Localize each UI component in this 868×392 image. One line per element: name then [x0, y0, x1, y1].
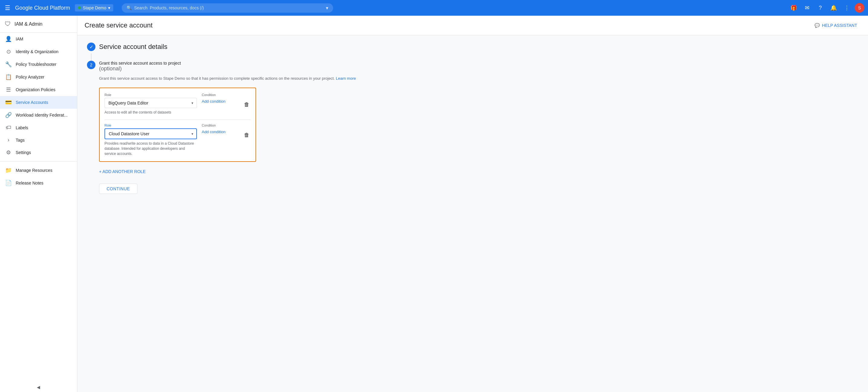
- labels-icon: 🏷: [5, 124, 12, 131]
- page-header: Create service account 💬 HELP ASSISTANT: [77, 16, 868, 35]
- role-select-1[interactable]: BigQuery Data Editor: [104, 98, 197, 108]
- iam-admin-icon: 🛡: [5, 21, 11, 28]
- sidebar-item-org-policies[interactable]: ☰ Organization Policies: [0, 83, 77, 96]
- add-role-label: + ADD ANOTHER ROLE: [99, 169, 146, 174]
- add-another-role-button[interactable]: + ADD ANOTHER ROLE: [99, 167, 146, 176]
- sidebar-item-iam[interactable]: 👤 IAM: [0, 33, 77, 45]
- nav-icons: 🎁 ✉ ? 🔔 ⋮ S: [788, 2, 864, 13]
- org-policies-icon: ☰: [5, 86, 12, 93]
- role-select-wrapper-1: BigQuery Data Editor: [104, 98, 197, 108]
- main-content: Create service account 💬 HELP ASSISTANT …: [77, 16, 868, 392]
- search-input[interactable]: [134, 5, 323, 10]
- role-description-2: Provides read/write access to data in a …: [104, 141, 197, 156]
- sidebar-divider: [0, 161, 77, 161]
- sidebar-item-labels-label: Labels: [16, 125, 28, 130]
- collapse-icon: ◀: [37, 385, 40, 390]
- role-separator: [104, 120, 251, 120]
- step2-number: 2: [87, 61, 95, 69]
- step1-title: Service account details: [99, 43, 167, 51]
- continue-button[interactable]: CONTINUE: [99, 184, 137, 194]
- gift-icon[interactable]: 🎁: [788, 2, 799, 13]
- project-selector[interactable]: Stape Demo ▾: [75, 4, 113, 11]
- step2-description-text: Grant this service account access to Sta…: [99, 76, 335, 81]
- sidebar-item-service-accounts-label: Service Accounts: [16, 100, 48, 105]
- sidebar-item-workload-identity[interactable]: 🔗 Workload Identity Federat...: [0, 109, 77, 121]
- app-logo: Google Cloud Platform: [15, 5, 70, 11]
- page-title: Create service account: [85, 22, 153, 29]
- sidebar-item-tags[interactable]: › Tags: [0, 134, 77, 146]
- delete-role-1-button[interactable]: 🗑: [243, 100, 251, 109]
- tags-icon: ›: [5, 137, 12, 143]
- step2-header: 2 Grant this service account access to p…: [87, 61, 858, 72]
- step2-optional-text: (optional): [99, 65, 122, 71]
- sidebar-item-release-notes-label: Release Notes: [16, 181, 43, 185]
- sidebar-item-manage-resources-label: Manage Resources: [16, 168, 52, 173]
- content-area: ✓ Service account details 2 Grant this s…: [77, 35, 868, 201]
- sidebar-item-identity-org-label: Identity & Organization: [16, 49, 59, 54]
- sidebar-item-org-policies-label: Organization Policies: [16, 87, 56, 92]
- project-dot: [78, 6, 81, 9]
- step2-title-block: Grant this service account access to pro…: [99, 61, 181, 72]
- roles-container: Role BigQuery Data Editor Access to edit…: [99, 88, 256, 162]
- add-condition-link-1[interactable]: Add condition: [202, 99, 238, 103]
- sidebar-item-release-notes[interactable]: 📄 Release Notes: [0, 177, 77, 189]
- sidebar-item-policy-analyzer[interactable]: 📋 Policy Analyzer: [0, 71, 77, 83]
- step2-description: Grant this service account access to Sta…: [99, 76, 858, 82]
- sidebar-collapse-button[interactable]: ◀: [0, 382, 77, 392]
- search-chevron-icon: ▾: [326, 5, 328, 11]
- chevron-down-icon: ▾: [108, 5, 110, 10]
- more-icon[interactable]: ⋮: [841, 2, 852, 13]
- mail-icon[interactable]: ✉: [802, 2, 812, 13]
- role-field-1: Role BigQuery Data Editor Access to edit…: [104, 93, 197, 115]
- step2-title-text: Grant this service account access to pro…: [99, 61, 181, 65]
- sidebar-item-policy-troubleshooter[interactable]: 🔧 Policy Troubleshooter: [0, 58, 77, 71]
- step2-title: Grant this service account access to pro…: [99, 61, 181, 72]
- sidebar-item-service-accounts[interactable]: 💳 Service Accounts: [0, 96, 77, 109]
- role-row-2-header: Role Cloud Datastore User Provides read/…: [104, 123, 251, 156]
- top-navigation: ☰ Google Cloud Platform Stape Demo ▾ 🔍 ▾…: [0, 0, 868, 16]
- sidebar-title: IAM & Admin: [14, 22, 42, 27]
- role-description-1: Access to edit all the contents of datas…: [104, 110, 197, 115]
- role-label-1: Role: [104, 93, 197, 97]
- search-icon: 🔍: [127, 5, 132, 10]
- hamburger-menu[interactable]: ☰: [4, 3, 11, 13]
- policy-troubleshooter-icon: 🔧: [5, 61, 12, 68]
- condition-label-2: Condition: [202, 123, 238, 127]
- search-bar[interactable]: 🔍 ▾: [122, 3, 333, 13]
- policy-analyzer-icon: 📋: [5, 74, 12, 80]
- sidebar-item-policy-troubleshooter-label: Policy Troubleshooter: [16, 62, 57, 67]
- condition-field-2: Condition Add condition: [202, 123, 238, 134]
- step1-check-icon: ✓: [87, 42, 95, 51]
- learn-more-link[interactable]: Learn more: [336, 76, 356, 81]
- service-accounts-icon: 💳: [5, 99, 12, 106]
- step-connector: [91, 54, 92, 61]
- project-name: Stape Demo: [83, 5, 106, 10]
- role-select-2[interactable]: Cloud Datastore User: [104, 128, 197, 139]
- settings-icon: ⚙: [5, 149, 12, 156]
- sidebar: 🛡 IAM & Admin 👤 IAM ⊙ Identity & Organiz…: [0, 16, 77, 392]
- workload-identity-icon: 🔗: [5, 112, 12, 118]
- help-icon[interactable]: ?: [815, 2, 826, 13]
- role-field-2: Role Cloud Datastore User Provides read/…: [104, 123, 197, 156]
- sidebar-item-tags-label: Tags: [16, 138, 25, 143]
- avatar[interactable]: S: [855, 3, 864, 13]
- help-assistant-button[interactable]: 💬 HELP ASSISTANT: [811, 21, 861, 30]
- main-layout: 🛡 IAM & Admin 👤 IAM ⊙ Identity & Organiz…: [0, 16, 868, 392]
- sidebar-item-labels[interactable]: 🏷 Labels: [0, 121, 77, 134]
- sidebar-item-workload-identity-label: Workload Identity Federat...: [16, 113, 68, 118]
- sidebar-item-settings-label: Settings: [16, 150, 31, 155]
- manage-resources-icon: 📁: [5, 167, 12, 174]
- release-notes-icon: 📄: [5, 180, 12, 186]
- sidebar-item-settings[interactable]: ⚙ Settings: [0, 146, 77, 159]
- help-assistant-chat-icon: 💬: [814, 23, 820, 28]
- add-condition-link-2[interactable]: Add condition: [202, 129, 238, 134]
- sidebar-item-policy-analyzer-label: Policy Analyzer: [16, 74, 44, 80]
- delete-role-2-button[interactable]: 🗑: [243, 131, 251, 140]
- sidebar-header: 🛡 IAM & Admin: [0, 16, 77, 33]
- sidebar-item-iam-label: IAM: [16, 36, 23, 41]
- step1-header: ✓ Service account details: [87, 42, 858, 51]
- notifications-icon[interactable]: 🔔: [828, 2, 839, 13]
- help-assistant-label: HELP ASSISTANT: [822, 23, 857, 28]
- sidebar-item-manage-resources[interactable]: 📁 Manage Resources: [0, 164, 77, 177]
- sidebar-item-identity-org[interactable]: ⊙ Identity & Organization: [0, 45, 77, 58]
